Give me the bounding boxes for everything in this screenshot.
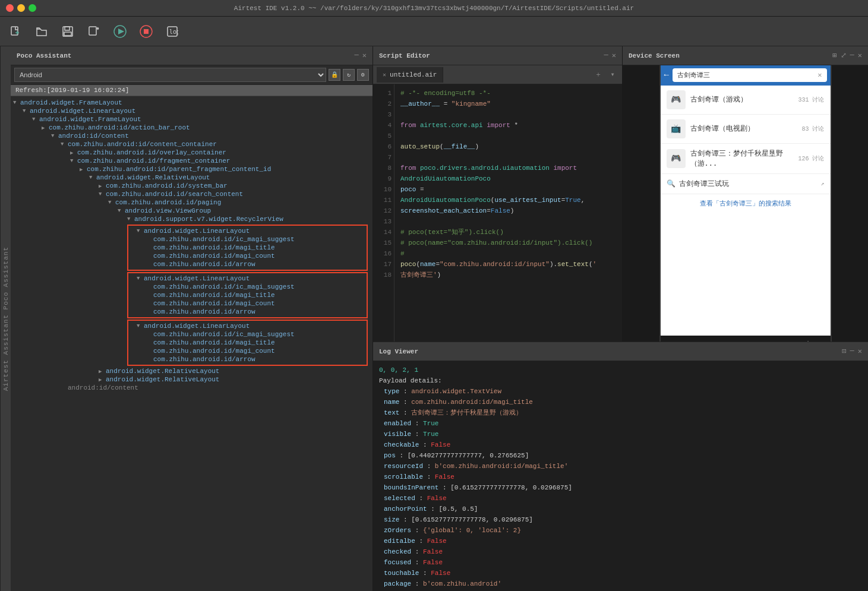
tree-row[interactable]: ▼ android.widget.LinearLayout (11, 107, 373, 115)
tree-row[interactable]: com.zhihu.android.id/magi_title (130, 291, 365, 299)
poco-panel-controls: ─ ✕ (355, 51, 367, 60)
tree-node-label: com.zhihu.android.id/search_content (106, 191, 243, 198)
maximize-button[interactable] (29, 4, 36, 12)
add-tab-btn[interactable]: ＋ (592, 69, 604, 81)
code-editor[interactable]: # -*- encoding=utf8 -*- __author__ = "ki… (394, 84, 622, 342)
tree-row[interactable]: ▶ com.zhihu.android.id/overlay_container (11, 148, 373, 157)
search-suggest-item[interactable]: 🔍 古剑奇谭三试玩 ↗ (661, 174, 831, 194)
search-result-item[interactable]: 🎮 古剑奇谭三：梦付千秋星垦野（游... 126 讨论 (661, 144, 831, 174)
tree-arrow: ▼ (137, 276, 144, 282)
result-count-2: 83 讨论 (801, 125, 824, 133)
tree-row[interactable]: ▶ com.zhihu.android:id/parent_fragment_c… (11, 165, 373, 173)
tree-row[interactable]: com.zhihu.android.id/magi_title (130, 244, 365, 252)
tree-row[interactable]: ▼ android.view.ViewGroup (11, 207, 373, 215)
log-minimize-btn[interactable]: ─ (850, 347, 854, 356)
tree-row[interactable]: com.zhihu.android.id/ic_magi_suggest (130, 235, 365, 244)
see-more-results[interactable]: 查看「古剑奇谭三」的搜索结果 (661, 194, 831, 213)
tree-row[interactable]: ▶ com.zhihu.android:id/action_bar_root (11, 124, 373, 132)
log-content[interactable]: 0, 0, 2, 1 Payload details: type : andro… (373, 361, 868, 591)
tree-row[interactable]: ▶ android.widget.RelativeLayout (11, 367, 373, 375)
minimize-button[interactable] (17, 4, 25, 12)
tree-row[interactable]: ▼ com.zhihu.android.id/fragment_containe… (11, 157, 373, 165)
tree-node-label: com.zhihu.android.id/magi_count (153, 300, 275, 307)
tree-row[interactable]: ▼ android.widget.FrameLayout (11, 99, 373, 107)
tree-row[interactable]: ▼ android.widget.LinearLayout (130, 274, 365, 283)
tree-row[interactable]: ▼ android.widget.RelativeLayout (11, 173, 373, 182)
log-fields: type : android.widget.TextView name : co… (379, 386, 862, 591)
stop-button[interactable] (138, 23, 154, 40)
tree-node-label: android.widget.LinearLayout (30, 108, 135, 115)
tree-node-label: com.zhihu.android.id/arrow (153, 356, 255, 363)
editor-tab-untitled[interactable]: ✕ untitled.air (377, 67, 443, 83)
log-field-anchorpoint: anchorPoint : [0.5, 0.5] (384, 504, 862, 514)
log-filter-btn[interactable]: ⊡ (842, 347, 846, 356)
tree-row[interactable]: com.zhihu.android.id/arrow (130, 308, 365, 316)
tree-row[interactable]: ▼ android.widget.FrameLayout (11, 115, 373, 124)
tree-row[interactable]: ▶ com.zhihu.android.id/system_bar (11, 182, 373, 190)
tree-row[interactable]: ▼ android.support.v7.widget.RecyclerView (11, 215, 373, 223)
tree-row[interactable]: com.zhihu.android.id/magi_count (130, 347, 365, 355)
open-file-button[interactable] (33, 23, 50, 40)
tab-close-icon[interactable]: ✕ (383, 71, 386, 78)
tree-arrow: ▼ (137, 323, 144, 329)
new-file-button[interactable] (7, 23, 24, 40)
run-button[interactable] (112, 23, 128, 40)
tree-row[interactable]: ▼ com.zhihu.android:id/content_container (11, 140, 373, 148)
field-key-resourceid: resourceId (384, 463, 423, 470)
device-minimize-btn[interactable]: ─ (850, 51, 854, 60)
tree-row[interactable]: com.zhihu.android.id/ic_magi_suggest (130, 283, 365, 291)
script-editor-close-btn[interactable]: ✕ (612, 51, 616, 60)
script-editor-panel: Script Editor ─ ✕ ✕ untitled.air ＋ ▾ (373, 46, 623, 342)
tree-row[interactable]: com.zhihu.android.id/magi_count (130, 299, 365, 308)
device-close-btn[interactable]: ✕ (858, 51, 862, 60)
tree-arrow: ▼ (70, 158, 77, 164)
field-val-touchable: False (431, 570, 450, 577)
tree-row[interactable]: com.zhihu.android.id/magi_count (130, 252, 365, 260)
code-area[interactable]: 12345 678910 1112131415 161718 # -*- enc… (373, 84, 622, 342)
tree-row[interactable]: com.zhihu.android.id/arrow (130, 355, 365, 364)
tree-view[interactable]: ▼ android.widget.FrameLayout ▼ android.w… (11, 96, 373, 591)
script-editor-minimize-btn[interactable]: ─ (604, 51, 608, 60)
result-text-1: 古剑奇谭（游戏） (690, 94, 794, 105)
phone-search-input[interactable]: 古剑奇谭三 ✕ (673, 68, 827, 82)
search-result-item[interactable]: 📺 古剑奇谭（电视剧） 83 讨论 (661, 115, 831, 144)
device-grid-view-btn[interactable]: ⊞ (832, 51, 837, 60)
export-button[interactable] (86, 23, 102, 40)
save-button[interactable] (59, 23, 76, 40)
tree-node-label: com.zhihu.android.id/ic_magi_suggest (153, 236, 295, 243)
log-button[interactable]: log (164, 23, 181, 40)
tree-row[interactable]: com.zhihu.android.id/arrow (130, 260, 365, 268)
tree-row[interactable]: android:id/content (11, 384, 373, 392)
device-fullscreen-btn[interactable]: ⤢ (841, 51, 847, 60)
poco-minimize-btn[interactable]: ─ (355, 51, 359, 60)
log-close-btn[interactable]: ✕ (858, 347, 862, 356)
tree-arrow: ▶ (99, 183, 106, 189)
field-val-selected: False (427, 495, 447, 502)
settings-icon-btn[interactable]: ⚙ (357, 69, 369, 81)
close-button[interactable] (6, 4, 14, 12)
lock-icon-btn[interactable]: 🔒 (329, 69, 340, 81)
search-result-item[interactable]: 🎮 古剑奇谭（游戏） 331 讨论 (661, 86, 831, 115)
tree-row[interactable]: ▶ android.widget.RelativeLayout (11, 375, 373, 384)
poco-close-btn[interactable]: ✕ (362, 51, 367, 60)
tree-row[interactable]: ▼ com.zhihu.android.id/paging (11, 198, 373, 207)
tree-row[interactable]: com.zhihu.android.id/ic_magi_suggest (130, 330, 365, 339)
tree-row[interactable]: ▼ android.widget.LinearLayout (130, 322, 365, 330)
refresh-icon-btn[interactable]: ↻ (343, 69, 355, 81)
tree-row[interactable]: ▼ android.widget.LinearLayout (130, 227, 365, 235)
tree-row[interactable]: ▼ android:id/content (11, 132, 373, 140)
phone-back-icon[interactable]: ← (664, 70, 669, 80)
tab-menu-btn[interactable]: ▾ (607, 69, 618, 81)
tree-arrow: ▼ (99, 191, 106, 197)
device-dropdown[interactable]: Android iOS Windows (14, 68, 326, 82)
log-field-text: text : 古剑奇谭三：梦付千秋星垦野（游戏） (384, 407, 862, 418)
phone-search-clear[interactable]: ✕ (818, 71, 822, 80)
tree-arrow: ▶ (80, 166, 87, 173)
tree-arrow: ▶ (99, 377, 106, 383)
field-val-checked: False (423, 548, 443, 555)
tree-arrow: ▼ (32, 116, 39, 122)
tree-node-label: com.zhihu.android.id/magi_title (153, 244, 275, 251)
top-row: Script Editor ─ ✕ ✕ untitled.air ＋ ▾ (373, 46, 868, 342)
tree-row[interactable]: com.zhihu.android.id/magi_title (130, 339, 365, 347)
tree-row[interactable]: ▼ com.zhihu.android.id/search_content (11, 190, 373, 198)
